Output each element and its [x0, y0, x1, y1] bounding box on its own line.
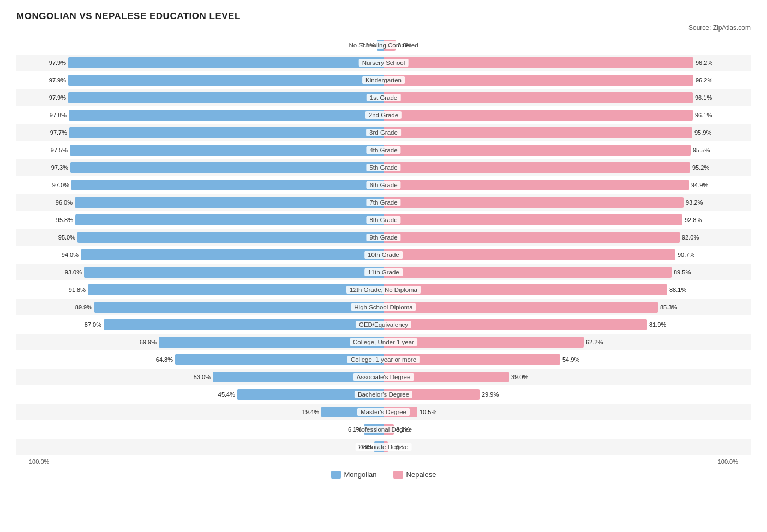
value-right: 10.5%: [420, 409, 436, 415]
bar-row: 9th Grade95.0%92.0%: [16, 229, 751, 246]
bar-mongolian: [81, 249, 384, 260]
bars-wrapper: Nursery School97.9%96.2%: [29, 56, 738, 70]
value-right: 54.9%: [562, 356, 579, 363]
bar-row: College, 1 year or more64.8%54.9%: [16, 351, 751, 368]
axis-row: 100.0% 100.0%: [29, 456, 738, 466]
axis-right: 100.0%: [718, 458, 738, 465]
bar-label: 9th Grade: [366, 234, 400, 241]
legend-mongolian-label: Mongolian: [344, 470, 377, 479]
bar-row: High School Diploma89.9%85.3%: [16, 299, 751, 315]
bar-label: College, Under 1 year: [350, 338, 417, 346]
bar-nepalese: [384, 180, 689, 190]
bar-row: 3rd Grade97.7%95.9%: [16, 124, 751, 141]
bar-nepalese: [384, 249, 675, 260]
value-right: 39.0%: [511, 374, 528, 380]
bars-wrapper: Associate's Degree53.0%39.0%: [29, 370, 738, 384]
bar-row: 11th Grade93.0%89.5%: [16, 264, 751, 280]
bar-row: Master's Degree19.4%10.5%: [16, 404, 751, 420]
bar-mongolian: [68, 92, 384, 103]
chart-container: No Schooling Completed2.1%3.8%Nursery Sc…: [16, 37, 751, 479]
value-right: 95.5%: [693, 147, 710, 153]
bars-wrapper: Professional Degree6.1%3.2%: [29, 422, 738, 437]
bar-mongolian: [94, 302, 384, 313]
bars-wrapper: GED/Equivalency87.0%81.9%: [29, 318, 738, 332]
bar-mongolian: [69, 127, 384, 138]
bar-nepalese: [384, 92, 693, 103]
bar-nepalese: [384, 145, 691, 156]
bars-wrapper: 6th Grade97.0%94.9%: [29, 178, 738, 192]
bar-row: Professional Degree6.1%3.2%: [16, 421, 751, 438]
bar-nepalese: [384, 75, 693, 86]
bar-nepalese: [384, 267, 672, 278]
value-right: 92.0%: [682, 234, 699, 241]
value-right: 88.1%: [669, 286, 686, 293]
value-right: 95.9%: [694, 129, 711, 136]
value-left: 2.1%: [361, 42, 375, 49]
bar-row: 7th Grade96.0%93.2%: [16, 194, 751, 211]
value-left: 69.9%: [140, 339, 157, 345]
bar-label: 3rd Grade: [366, 129, 401, 136]
legend-nepalese-label: Nepalese: [406, 470, 436, 479]
value-left: 6.1%: [348, 426, 362, 433]
value-right: 3.2%: [396, 426, 410, 433]
bar-row: 2nd Grade97.8%96.1%: [16, 107, 751, 123]
bar-row: No Schooling Completed2.1%3.8%: [16, 37, 751, 53]
bars-wrapper: Doctorate Degree2.8%1.3%: [29, 440, 738, 454]
bar-row: 12th Grade, No Diploma91.8%88.1%: [16, 282, 751, 298]
bar-label: 4th Grade: [366, 146, 400, 154]
value-left: 45.4%: [218, 391, 235, 398]
bar-mongolian: [71, 180, 384, 190]
value-right: 3.8%: [398, 42, 411, 49]
bar-nepalese: [384, 214, 682, 225]
bars-wrapper: College, Under 1 year69.9%62.2%: [29, 335, 738, 349]
bar-row: 1st Grade97.9%96.1%: [16, 89, 751, 106]
bar-mongolian: [77, 232, 384, 243]
bar-nepalese: [384, 232, 680, 243]
value-left: 87.0%: [85, 321, 101, 328]
bars-wrapper: 9th Grade95.0%92.0%: [29, 230, 738, 244]
bars-wrapper: Bachelor's Degree45.4%29.9%: [29, 387, 738, 402]
bar-label: 11th Grade: [364, 268, 403, 276]
bar-label: 5th Grade: [366, 164, 400, 171]
value-left: 97.0%: [52, 182, 69, 188]
bar-nepalese: [384, 110, 693, 121]
bar-mongolian: [69, 110, 384, 121]
value-left: 95.0%: [58, 234, 75, 241]
value-right: 95.2%: [692, 164, 709, 171]
bars-wrapper: 11th Grade93.0%89.5%: [29, 265, 738, 279]
bar-row: Bachelor's Degree45.4%29.9%: [16, 386, 751, 403]
value-left: 91.8%: [69, 286, 86, 293]
value-right: 62.2%: [586, 339, 603, 345]
bars-wrapper: No Schooling Completed2.1%3.8%: [29, 38, 738, 52]
bar-row: Kindergarten97.9%96.2%: [16, 72, 751, 88]
value-left: 97.3%: [51, 164, 68, 171]
value-left: 95.8%: [56, 217, 73, 223]
bar-label: 7th Grade: [366, 199, 400, 206]
value-left: 96.0%: [56, 199, 73, 206]
value-right: 96.2%: [696, 59, 712, 66]
bar-label: Nursery School: [359, 59, 409, 67]
bar-mongolian: [84, 267, 384, 278]
value-left: 89.9%: [75, 304, 92, 310]
bar-row: Nursery School97.9%96.2%: [16, 55, 751, 71]
bars-wrapper: High School Diploma89.9%85.3%: [29, 300, 738, 314]
bar-nepalese: [384, 162, 690, 173]
value-right: 93.2%: [686, 199, 703, 206]
value-left: 19.4%: [302, 409, 319, 415]
bars-wrapper: 8th Grade95.8%92.8%: [29, 213, 738, 227]
bars-wrapper: 5th Grade97.3%95.2%: [29, 160, 738, 175]
bar-row: Doctorate Degree2.8%1.3%: [16, 439, 751, 455]
value-left: 94.0%: [62, 252, 79, 258]
bars-wrapper: 3rd Grade97.7%95.9%: [29, 125, 738, 140]
bar-mongolian: [70, 162, 384, 173]
bars-wrapper: 10th Grade94.0%90.7%: [29, 248, 738, 262]
bars-wrapper: College, 1 year or more64.8%54.9%: [29, 352, 738, 367]
bar-mongolian: [75, 214, 384, 225]
bar-label: GED/Equivalency: [356, 321, 411, 328]
bars-wrapper: 2nd Grade97.8%96.1%: [29, 108, 738, 122]
bar-label: High School Diploma: [351, 303, 416, 311]
value-right: 94.9%: [691, 182, 708, 188]
legend-nepalese: Nepalese: [393, 470, 436, 479]
bar-row: Associate's Degree53.0%39.0%: [16, 369, 751, 385]
page-title: MONGOLIAN VS NEPALESE EDUCATION LEVEL: [16, 11, 751, 22]
